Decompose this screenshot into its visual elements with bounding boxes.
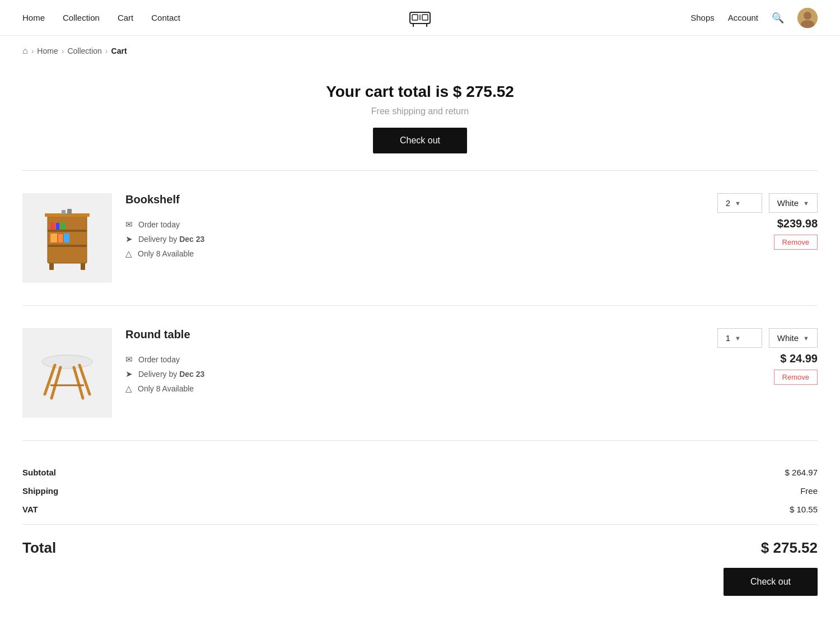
total-row: Total $ 275.52 <box>22 530 818 568</box>
nav-collection[interactable]: Collection <box>63 13 100 22</box>
vat-label: VAT <box>22 505 38 514</box>
svg-rect-22 <box>81 263 85 270</box>
svg-rect-11 <box>48 245 87 247</box>
quantity-caret: ▼ <box>735 200 741 207</box>
envelope-icon: ✉ <box>125 220 133 230</box>
svg-rect-14 <box>62 210 66 214</box>
bookshelf-meta: ✉ Order today ➤ Delivery by Dec 23 △ Onl… <box>125 220 636 259</box>
color-caret-2: ▼ <box>803 335 809 342</box>
breadcrumb-collection[interactable]: Collection <box>67 46 101 55</box>
subtotal-value: $ 264.97 <box>785 468 818 477</box>
svg-rect-21 <box>49 263 54 270</box>
svg-rect-20 <box>64 234 69 242</box>
round-table-remove-button[interactable]: Remove <box>774 370 818 385</box>
search-icon[interactable]: 🔍 <box>772 12 784 24</box>
shipping-value: Free <box>800 486 818 496</box>
nav-right: Shops Account 🔍 <box>690 8 818 28</box>
bookshelf-selectors: 2 ▼ White ▼ <box>717 193 818 213</box>
round-table-order-row: ✉ Order today <box>125 354 636 365</box>
round-table-quantity-selector[interactable]: 1 ▼ <box>717 328 762 348</box>
envelope-icon-2: ✉ <box>125 354 133 365</box>
cart-item-bookshelf: Bookshelf ✉ Order today ➤ Delivery by De… <box>0 176 840 300</box>
round-table-details: Round table ✉ Order today ➤ Delivery by … <box>125 328 636 394</box>
round-table-order-text: Order today <box>138 355 180 364</box>
round-table-name: Round table <box>125 328 636 341</box>
round-table-meta: ✉ Order today ➤ Delivery by Dec 23 △ Onl… <box>125 354 636 394</box>
cart-total-title: Your cart total is $ 275.52 <box>11 83 829 101</box>
nav-home[interactable]: Home <box>22 13 45 22</box>
vat-value: $ 10.55 <box>790 505 818 514</box>
bookshelf-quantity-selector[interactable]: 2 ▼ <box>717 193 762 213</box>
bookshelf-price: $239.98 <box>777 217 818 230</box>
nav-left: Home Collection Cart Contact <box>22 13 180 22</box>
svg-rect-18 <box>50 234 57 242</box>
color-caret: ▼ <box>803 200 809 207</box>
logo[interactable] <box>408 4 432 31</box>
nav-contact[interactable]: Contact <box>151 13 180 22</box>
bookshelf-availability-row: △ Only 8 Available <box>125 249 636 259</box>
breadcrumb-sep-1: › <box>31 46 34 55</box>
round-table-color-value: White <box>777 333 799 343</box>
bookshelf-availability: Only 8 Available <box>138 249 194 258</box>
divider-summary <box>22 440 818 441</box>
round-table-selectors: 1 ▼ White ▼ <box>717 328 818 348</box>
bookshelf-order-text: Order today <box>138 220 180 229</box>
avatar[interactable] <box>797 8 818 28</box>
round-table-delivery-row: ➤ Delivery by Dec 23 <box>125 369 636 379</box>
nav-account[interactable]: Account <box>728 13 758 22</box>
svg-rect-2 <box>422 15 428 20</box>
cart-header: Your cart total is $ 275.52 Free shippin… <box>0 66 840 165</box>
cart-item-round-table: Round table ✉ Order today ➤ Delivery by … <box>0 311 840 435</box>
checkout-button-bottom[interactable]: Check out <box>724 568 818 596</box>
total-label: Total <box>22 539 56 557</box>
svg-rect-15 <box>50 222 55 230</box>
divider-middle <box>22 305 818 306</box>
svg-point-7 <box>804 12 811 20</box>
svg-point-23 <box>42 355 92 368</box>
round-table-image <box>22 328 112 418</box>
bookshelf-color-value: White <box>777 198 799 208</box>
bookshelf-image <box>22 193 112 283</box>
round-table-controls: 1 ▼ White ▼ $ 24.99 Remove <box>650 328 818 385</box>
bookshelf-color-selector[interactable]: White ▼ <box>769 193 818 213</box>
breadcrumb-current: Cart <box>111 46 127 55</box>
bookshelf-order-row: ✉ Order today <box>125 220 636 230</box>
bookshelf-name: Bookshelf <box>125 193 636 206</box>
nav-shops[interactable]: Shops <box>690 13 715 22</box>
divider-top <box>22 170 818 171</box>
svg-rect-1 <box>412 15 418 20</box>
nav-right-links: Shops Account <box>690 13 758 22</box>
bookshelf-delivery-text: Delivery by Dec 23 <box>138 235 204 244</box>
summary-divider <box>22 524 818 525</box>
home-icon[interactable]: ⌂ <box>22 46 28 56</box>
round-table-availability: Only 8 Available <box>138 384 194 393</box>
total-value: $ 275.52 <box>761 539 818 557</box>
bookshelf-delivery-row: ➤ Delivery by Dec 23 <box>125 234 636 244</box>
checkout-button-top[interactable]: Check out <box>373 128 467 153</box>
svg-rect-16 <box>56 223 59 230</box>
bookshelf-controls: 2 ▼ White ▼ $239.98 Remove <box>650 193 818 250</box>
round-table-delivery-text: Delivery by Dec 23 <box>138 370 204 379</box>
subtotal-label: Subtotal <box>22 468 56 477</box>
breadcrumb: ⌂ › Home › Collection › Cart <box>0 36 840 66</box>
quantity-caret-2: ▼ <box>735 335 741 342</box>
bookshelf-quantity-value: 2 <box>726 198 730 208</box>
round-table-color-selector[interactable]: White ▼ <box>769 328 818 348</box>
bookshelf-remove-button[interactable]: Remove <box>774 235 818 250</box>
shipping-label: Shipping <box>22 486 58 496</box>
round-table-availability-row: △ Only 8 Available <box>125 384 636 394</box>
breadcrumb-sep-2: › <box>62 46 64 55</box>
bookshelf-details: Bookshelf ✉ Order today ➤ Delivery by De… <box>125 193 636 259</box>
navigation: Home Collection Cart Contact Shops Accou… <box>0 0 840 36</box>
breadcrumb-sep-3: › <box>105 46 108 55</box>
delivery-icon-2: ➤ <box>125 369 133 379</box>
svg-rect-17 <box>60 222 66 230</box>
svg-rect-13 <box>67 209 72 214</box>
nav-cart[interactable]: Cart <box>118 13 133 22</box>
delivery-icon: ➤ <box>125 234 133 244</box>
breadcrumb-home[interactable]: Home <box>37 46 58 55</box>
svg-rect-10 <box>48 230 87 232</box>
free-shipping-text: Free shipping and return <box>11 106 829 116</box>
subtotal-row: Subtotal $ 264.97 <box>22 463 818 482</box>
vat-row: VAT $ 10.55 <box>22 500 818 519</box>
